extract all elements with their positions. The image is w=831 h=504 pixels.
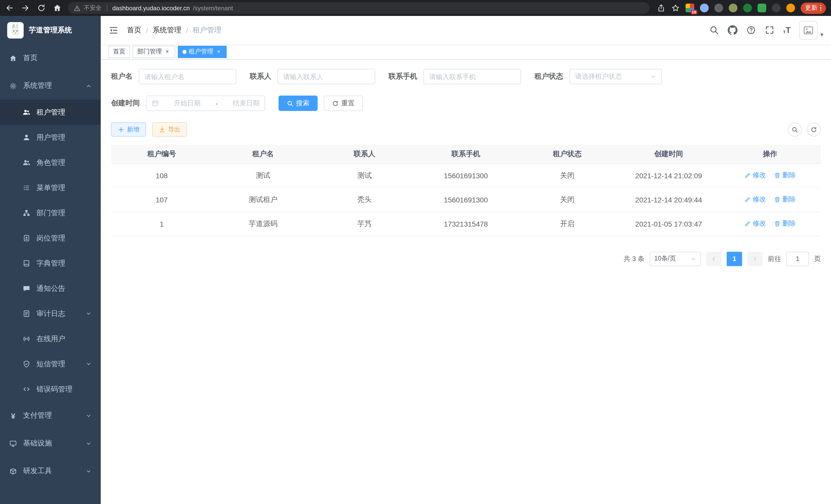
sidebar-item-notice[interactable]: 通知公告 <box>0 276 101 301</box>
url-path[interactable]: /system/tenant <box>193 4 233 11</box>
user-menu[interactable]: ▾ <box>799 21 823 39</box>
breadcrumb-separator: / <box>186 26 188 34</box>
add-button[interactable]: 新增 <box>111 122 146 137</box>
toggle-search-button[interactable] <box>788 122 802 137</box>
search-button[interactable]: 搜索 <box>279 95 318 111</box>
warning-icon[interactable] <box>74 4 81 11</box>
extension-icon[interactable] <box>757 4 766 12</box>
contact-input[interactable] <box>283 73 370 80</box>
sidebar-item-label: 短信管理 <box>36 359 65 368</box>
reset-button[interactable]: 重置 <box>324 95 363 111</box>
tab-dept[interactable]: 部门管理 × <box>133 46 175 58</box>
address-bar[interactable]: 不安全 dashboard.yudao.iocoder.cn /system/t… <box>68 2 649 14</box>
page-size-select[interactable]: 10条/页 <box>650 251 701 266</box>
chevron-down-icon <box>86 311 91 317</box>
sidebar-item-payment[interactable]: ¥ 支付管理 <box>0 402 101 429</box>
filter-mobile: 联系手机 <box>389 69 521 84</box>
tab-tenant[interactable]: 租户管理 × <box>178 46 227 58</box>
badge-icon <box>23 234 30 242</box>
goto-page-input[interactable] <box>787 252 808 265</box>
sidebar-item-audit-log[interactable]: 审计日志 <box>0 301 101 326</box>
signal-icon <box>23 335 30 343</box>
edit-link[interactable]: 修改 <box>744 171 766 180</box>
date-range-picker[interactable]: 开始日期 - 结束日期 <box>146 95 265 111</box>
sidebar-item-system[interactable]: 系统管理 <box>0 72 101 100</box>
sidebar: 芋道管理系统 首页 系统管理 租户管理 用户管理 <box>0 16 101 504</box>
extension-icon[interactable] <box>728 4 737 12</box>
delete-link[interactable]: 删除 <box>774 195 796 204</box>
sidebar-item-infra[interactable]: 基础设施 <box>0 429 101 457</box>
chevron-down-icon <box>86 468 91 474</box>
home-nav-icon[interactable] <box>53 4 62 12</box>
extension-icon[interactable] <box>700 4 709 12</box>
search-icon[interactable] <box>709 25 719 35</box>
sidebar-item-user[interactable]: 用户管理 <box>0 125 101 150</box>
sidebar-item-label: 首页 <box>23 53 37 63</box>
close-icon[interactable]: × <box>164 48 171 55</box>
tenant-name-input[interactable] <box>144 73 231 80</box>
sidebar-item-online-user[interactable]: 在线用户 <box>0 326 101 351</box>
fullscreen-icon[interactable] <box>765 25 774 35</box>
extension-icon[interactable] <box>772 4 780 12</box>
next-page-button[interactable] <box>747 251 763 266</box>
github-icon[interactable] <box>728 25 738 35</box>
back-icon[interactable] <box>5 4 14 12</box>
tab-home[interactable]: 首页 <box>109 46 130 58</box>
cell-created: 2021-12-14 21:02:09 <box>618 164 719 187</box>
breadcrumb: 首页 / 系统管理 / 租户管理 <box>127 25 222 35</box>
refresh-table-button[interactable] <box>807 122 821 137</box>
sidebar-collapse-icon[interactable] <box>109 25 119 35</box>
prev-page-button[interactable] <box>706 251 721 266</box>
close-icon[interactable]: × <box>215 48 222 55</box>
url-host[interactable]: dashboard.yudao.iocoder.cn <box>112 4 190 11</box>
sidebar-logo[interactable]: 芋道管理系统 <box>0 16 101 44</box>
sidebar-item-dept[interactable]: 部门管理 <box>0 200 101 226</box>
breadcrumb-home[interactable]: 首页 <box>127 25 141 35</box>
mobile-input[interactable] <box>429 73 515 80</box>
extension-icon[interactable] <box>714 4 723 12</box>
sidebar-item-error-code[interactable]: 错误码管理 <box>0 377 101 402</box>
menu-kebab-icon[interactable] <box>820 5 821 11</box>
delete-link[interactable]: 删除 <box>774 171 796 180</box>
sidebar-item-menu[interactable]: 菜单管理 <box>0 175 101 200</box>
chrome-update-button[interactable]: 更新 <box>800 2 826 13</box>
cell-name: 芋道源码 <box>212 212 314 236</box>
trash-icon <box>774 196 781 203</box>
sidebar-item-home[interactable]: 首页 <box>0 44 101 72</box>
sidebar-item-label: 研发工具 <box>23 467 52 476</box>
font-size-icon[interactable]: тT <box>783 26 791 34</box>
breadcrumb-system[interactable]: 系统管理 <box>153 25 181 35</box>
sidebar-item-label: 租户管理 <box>36 108 65 117</box>
extension-icon[interactable] <box>786 4 795 12</box>
forward-icon[interactable] <box>21 4 30 12</box>
edit-link[interactable]: 修改 <box>744 219 766 228</box>
delete-link[interactable]: 删除 <box>774 219 796 228</box>
security-label[interactable]: 不安全 <box>84 4 102 12</box>
extension-icon[interactable]: 10 <box>685 4 694 12</box>
status-select[interactable]: 请选择租户状态 <box>569 69 662 84</box>
sidebar-item-label: 支付管理 <box>23 411 52 420</box>
sidebar-item-dict[interactable]: 字典管理 <box>0 251 101 276</box>
sidebar-item-devtool[interactable]: 研发工具 <box>0 457 101 485</box>
column-header: 租户状态 <box>516 145 618 164</box>
avatar[interactable] <box>799 21 818 39</box>
bookmark-star-icon[interactable] <box>671 4 680 12</box>
box-icon <box>9 467 17 475</box>
help-icon[interactable] <box>746 25 756 35</box>
sidebar-item-role[interactable]: 角色管理 <box>0 150 101 175</box>
sidebar-item-tenant[interactable]: 租户管理 <box>0 100 101 125</box>
sidebar-item-sms[interactable]: 短信管理 <box>0 351 101 377</box>
page-number-active[interactable]: 1 <box>727 251 742 266</box>
cell-mobile: 15601691300 <box>415 164 517 187</box>
link-label: 删除 <box>782 219 796 228</box>
reload-icon[interactable] <box>37 4 46 12</box>
breadcrumb-current: 租户管理 <box>193 25 222 35</box>
sidebar-item-label: 系统管理 <box>23 81 52 90</box>
sidebar-item-post[interactable]: 岗位管理 <box>0 226 101 251</box>
caret-down-icon[interactable]: ▾ <box>821 31 823 39</box>
share-icon[interactable] <box>657 4 665 12</box>
export-button[interactable]: 导出 <box>152 122 187 137</box>
edit-link[interactable]: 修改 <box>744 195 766 204</box>
extension-icon[interactable] <box>743 4 752 12</box>
column-header: 租户编号 <box>111 145 212 164</box>
